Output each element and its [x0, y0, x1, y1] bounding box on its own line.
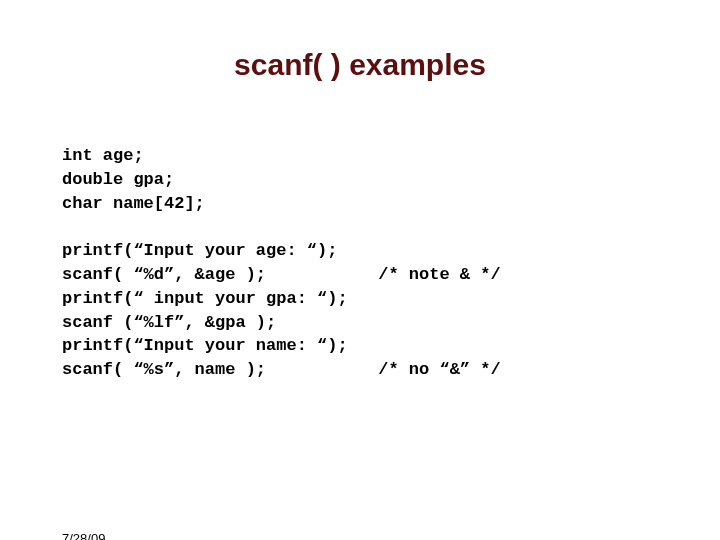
footer-date: 7/28/09 — [62, 531, 105, 540]
slide-title: scanf( ) examples — [0, 48, 720, 82]
slide: scanf( ) examples int age; double gpa; c… — [0, 48, 720, 540]
code-block: int age; double gpa; char name[42]; prin… — [62, 144, 720, 382]
